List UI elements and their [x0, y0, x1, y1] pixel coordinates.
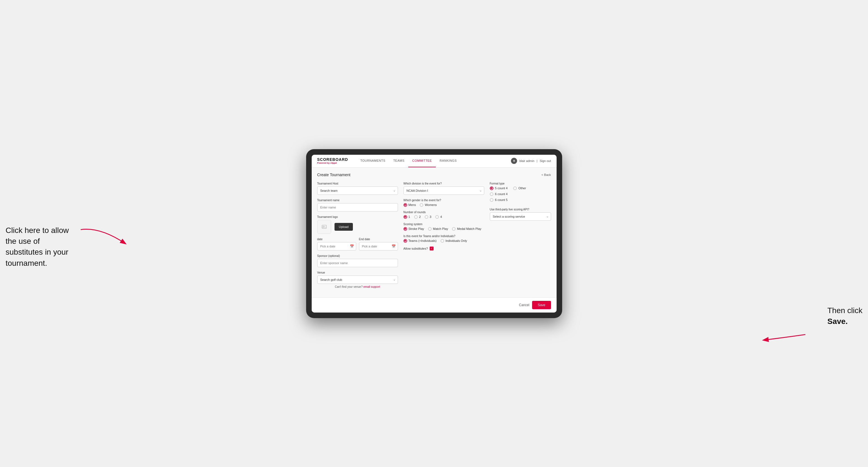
format-5count4-radio[interactable] [490, 186, 493, 190]
event-individuals-radio[interactable] [440, 239, 444, 243]
scoring-radio-group: Stroke Play Match Play Medal Match Play [404, 227, 484, 231]
nav-separator: | [536, 159, 537, 162]
calendar-icon-end: 📅 [392, 244, 396, 248]
venue-select[interactable]: Search golf club [317, 276, 398, 284]
scoring-stroke-label: Stroke Play [408, 227, 424, 230]
event-teams-radio[interactable] [404, 239, 407, 243]
gender-group: Which gender is the event for? Mens Wome… [404, 199, 484, 207]
format-other-label: Other [519, 186, 526, 190]
gender-mens-label: Mens [408, 203, 416, 207]
scoring-match-label: Match Play [433, 227, 448, 230]
sponsor-input[interactable] [317, 259, 398, 267]
gender-womens[interactable]: Womens [420, 203, 437, 207]
annotation-right-line2: Save. [827, 317, 848, 325]
scoring-medal-label: Medal Match Play [457, 227, 481, 230]
gender-mens[interactable]: Mens [404, 203, 416, 207]
form-col-middle: Which division is the event for? NCAA Di… [404, 182, 484, 292]
logo-text: SCOREBOARD [317, 158, 348, 161]
format-6count4-label: 6 count 4 [495, 192, 507, 196]
round-4-label: 4 [440, 215, 442, 218]
venue-label: Venue [317, 271, 398, 274]
tablet-screen: SCOREBOARD Powered by clippd TOURNAMENTS… [312, 155, 557, 313]
format-6count5[interactable]: 6 count 5 [490, 198, 507, 202]
round-3[interactable]: 3 [425, 215, 431, 219]
format-6count4-radio[interactable] [490, 192, 493, 196]
tournament-host-select[interactable]: Search team [317, 186, 398, 195]
event-teams-label: Teams (+Individuals) [408, 239, 437, 242]
round-1[interactable]: 1 [404, 215, 410, 219]
allow-substitutes-checkbox[interactable]: ✓ [430, 247, 434, 250]
email-support-link[interactable]: email support [364, 285, 380, 288]
event-type-label: Is this event for Teams and/or Individua… [404, 235, 484, 238]
event-individuals[interactable]: Individuals Only [440, 239, 467, 243]
sign-out-link[interactable]: Sign out [539, 159, 551, 162]
date-row: date 📅 End date 📅 [317, 238, 398, 250]
scoring-api-label: Use third-party live scoring API? [490, 208, 551, 211]
format-6count5-label: 6 count 5 [495, 198, 507, 201]
gender-womens-radio[interactable] [420, 203, 423, 207]
save-button[interactable]: Save [532, 301, 551, 309]
event-teams[interactable]: Teams (+Individuals) [404, 239, 437, 243]
start-date-group: date 📅 [317, 238, 356, 250]
main-content: Create Tournament < Back Tournament Host… [312, 167, 557, 297]
tournament-host-label: Tournament Host [317, 182, 398, 185]
round-3-radio[interactable] [425, 215, 428, 219]
scoring-api-select[interactable]: Select a scoring service [490, 212, 551, 221]
nav-item-committee[interactable]: COMMITTEE [408, 155, 436, 167]
rounds-group: Number of rounds 1 2 [404, 211, 484, 219]
scoring-stroke[interactable]: Stroke Play [404, 227, 424, 231]
tournament-name-input[interactable] [317, 203, 398, 212]
venue-group: Venue Search golf club Can't find your v… [317, 271, 398, 288]
form-col-right: Format type 5 count 4 6 count 4 [490, 182, 551, 292]
annotation-right: Then click Save. [827, 305, 862, 327]
scoring-match-radio[interactable] [428, 227, 432, 231]
scoring-medal-radio[interactable] [452, 227, 456, 231]
navbar: SCOREBOARD Powered by clippd TOURNAMENTS… [312, 155, 557, 167]
tournament-name-group: Tournament name [317, 199, 398, 212]
format-group: Format type 5 count 4 6 count 4 [490, 182, 551, 204]
page-header: Create Tournament < Back [317, 173, 551, 177]
tournament-host-group: Tournament Host Search team [317, 182, 398, 195]
division-select[interactable]: NCAA Division I [404, 186, 484, 195]
scoring-medal[interactable]: Medal Match Play [452, 227, 481, 231]
nav-item-teams[interactable]: TEAMS [389, 155, 408, 167]
round-1-label: 1 [408, 215, 410, 218]
tournament-logo-label: Tournament logo [317, 215, 398, 218]
nav-item-rankings[interactable]: RANKINGS [436, 155, 461, 167]
form-body: Tournament Host Search team Tournament n… [317, 182, 551, 292]
round-2-radio[interactable] [414, 215, 418, 219]
form-footer: Cancel Save [312, 297, 557, 313]
avatar: B [511, 158, 517, 164]
format-other-radio[interactable] [513, 186, 517, 190]
round-4[interactable]: 4 [435, 215, 442, 219]
page-title: Create Tournament [317, 173, 351, 177]
round-4-radio[interactable] [435, 215, 439, 219]
event-individuals-label: Individuals Only [445, 239, 467, 242]
allow-substitutes-group: Allow substitutes? ✓ [404, 247, 484, 250]
division-label: Which division is the event for? [404, 182, 484, 185]
allow-substitutes-label: Allow substitutes? [404, 247, 428, 250]
cancel-button[interactable]: Cancel [519, 303, 529, 307]
round-1-radio[interactable] [404, 215, 407, 219]
round-2[interactable]: 2 [414, 215, 421, 219]
round-2-label: 2 [419, 215, 421, 218]
logo-upload-area: Upload [317, 220, 398, 234]
scoring-stroke-radio[interactable] [404, 227, 407, 231]
end-date-label: End date [359, 238, 398, 241]
format-5count4[interactable]: 5 count 4 [490, 186, 507, 190]
format-6count4[interactable]: 6 count 4 [490, 192, 507, 196]
sponsor-group: Sponsor (optional) [317, 254, 398, 267]
upload-button[interactable]: Upload [335, 223, 353, 231]
rounds-label: Number of rounds [404, 211, 484, 214]
calendar-icon: 📅 [350, 244, 354, 248]
allow-substitutes-option[interactable]: Allow substitutes? ✓ [404, 247, 484, 250]
format-6count5-radio[interactable] [490, 198, 493, 202]
scoring-api-group: Use third-party live scoring API? Select… [490, 208, 551, 221]
format-other[interactable]: Other [513, 186, 526, 190]
nav-item-tournaments[interactable]: TOURNAMENTS [356, 155, 389, 167]
back-button[interactable]: < Back [541, 173, 551, 177]
gender-mens-radio[interactable] [404, 203, 407, 207]
scoring-match[interactable]: Match Play [428, 227, 448, 231]
start-date-label: date [317, 238, 356, 241]
scoring-group: Scoring system Stroke Play Match Play [404, 223, 484, 231]
